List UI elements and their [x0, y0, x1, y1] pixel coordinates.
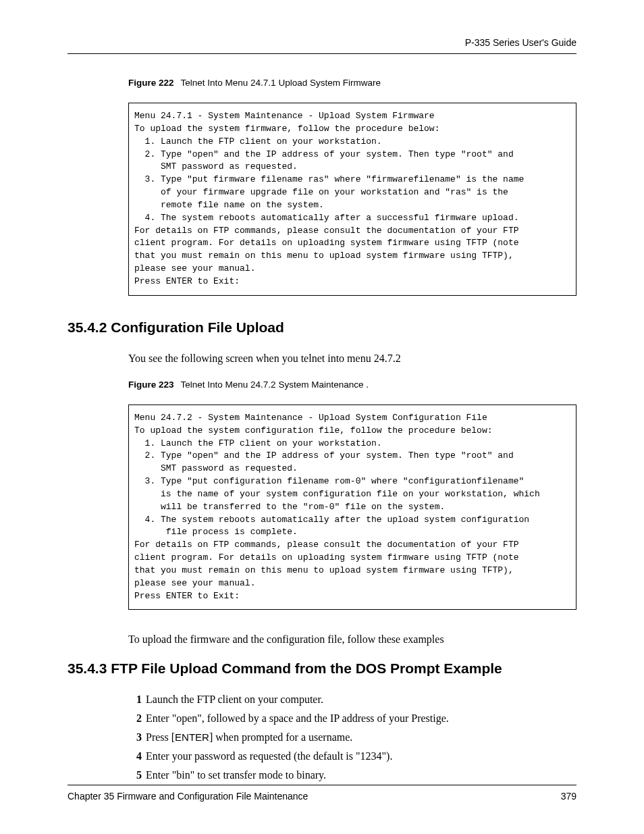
- section-3543-heading: 35.4.3 FTP File Upload Command from the …: [68, 660, 576, 677]
- step-number: 4: [128, 750, 142, 762]
- list-item: 5 Enter "bin" to set transfer mode to bi…: [128, 769, 576, 781]
- step-text: Enter "bin" to set transfer mode to bina…: [146, 769, 576, 781]
- figure-222-code: Menu 24.7.1 - System Maintenance - Uploa…: [128, 103, 576, 296]
- figure-223-caption: Figure 223Telnet Into Menu 24.7.2 System…: [128, 380, 576, 390]
- post-figure-text: To upload the firmware and the configura…: [128, 633, 576, 646]
- footer-page-number: 379: [561, 791, 576, 802]
- enter-key: ENTER: [175, 731, 209, 743]
- figure-222-caption: Figure 222Telnet Into Menu 24.7.1 Upload…: [128, 78, 576, 88]
- list-item: 3 Press [ENTER] when prompted for a user…: [128, 731, 576, 744]
- page-header: P-335 Series User's Guide: [68, 37, 576, 54]
- step-text: Launch the FTP client on your computer.: [146, 694, 576, 706]
- ftp-steps-list: 1 Launch the FTP client on your computer…: [128, 694, 576, 781]
- figure-223-label: Figure 223: [128, 380, 174, 390]
- step-text: Enter your password as requested (the de…: [146, 750, 576, 762]
- step-text: Enter "open", followed by a space and th…: [146, 712, 576, 725]
- list-item: 1 Launch the FTP client on your computer…: [128, 694, 576, 706]
- section-3542-intro: You see the following screen when you te…: [128, 353, 576, 365]
- step-number: 1: [128, 694, 142, 706]
- figure-223-text: Telnet Into Menu 24.7.2 System Maintenan…: [181, 380, 369, 390]
- figure-222-label: Figure 222: [128, 78, 174, 88]
- figure-223-code: Menu 24.7.2 - System Maintenance - Uploa…: [128, 405, 576, 610]
- page-content: Figure 222Telnet Into Menu 24.7.1 Upload…: [68, 78, 576, 781]
- list-item: 2 Enter "open", followed by a space and …: [128, 712, 576, 725]
- section-3542-heading: 35.4.2 Configuration File Upload: [68, 319, 576, 336]
- step-number: 3: [128, 731, 142, 744]
- step-number: 2: [128, 712, 142, 725]
- step-text: Press [ENTER] when prompted for a userna…: [146, 731, 576, 744]
- page-footer: Chapter 35 Firmware and Configuration Fi…: [68, 785, 576, 802]
- step-number: 5: [128, 769, 142, 781]
- footer-chapter: Chapter 35 Firmware and Configuration Fi…: [68, 791, 308, 802]
- guide-title: P-335 Series User's Guide: [68, 37, 576, 48]
- list-item: 4 Enter your password as requested (the …: [128, 750, 576, 762]
- figure-222-text: Telnet Into Menu 24.7.1 Upload System Fi…: [181, 78, 381, 88]
